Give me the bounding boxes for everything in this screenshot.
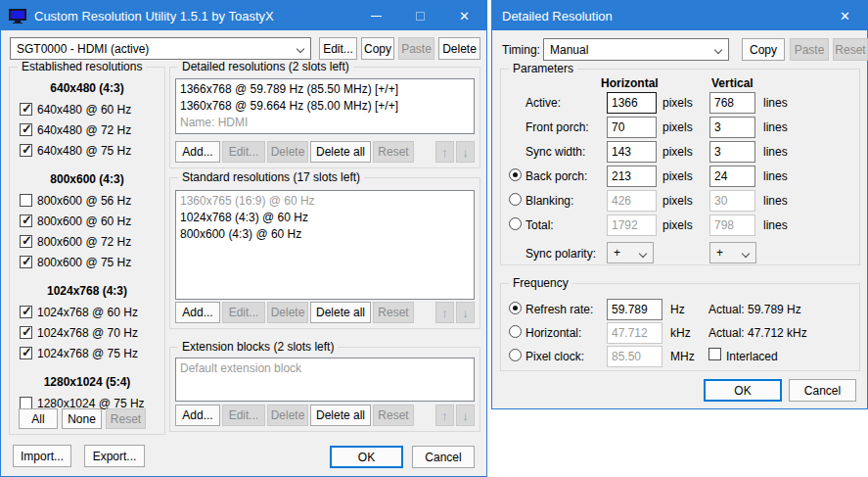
checkbox-label[interactable]: 640x480 @ 60 Hz bbox=[37, 103, 131, 117]
add-standard-button[interactable]: Add... bbox=[175, 302, 220, 323]
checkbox[interactable] bbox=[20, 123, 32, 136]
minimize-button[interactable] bbox=[354, 1, 398, 30]
add-detailed-button[interactable]: Add... bbox=[175, 141, 220, 163]
checkbox-label[interactable]: 800x600 @ 56 Hz bbox=[37, 194, 131, 208]
resolution-checkbox-row[interactable]: 1024x768 @ 70 Hz bbox=[11, 322, 163, 343]
list-item[interactable]: 800x600 (4:3) @ 60 Hz bbox=[180, 226, 470, 243]
checkbox[interactable] bbox=[20, 235, 32, 248]
delete-all-extension-button[interactable]: Delete all bbox=[310, 405, 371, 426]
reset-extension-button: Reset bbox=[373, 405, 414, 426]
resolution-checkbox-row[interactable]: 800x600 @ 75 Hz bbox=[11, 252, 163, 272]
import-button[interactable]: Import... bbox=[13, 445, 71, 467]
actual-horizontal-freq: Actual: 47.712 kHz bbox=[708, 326, 807, 340]
close-button[interactable]: ✕ bbox=[442, 1, 486, 30]
add-extension-button[interactable]: Add... bbox=[175, 405, 220, 426]
blanking-label[interactable]: Blanking: bbox=[525, 194, 573, 208]
resolution-checkbox-row[interactable]: 1024x768 @ 60 Hz bbox=[11, 302, 163, 322]
frequency-group: Frequency Refresh rate: Hz Actual: 59.78… bbox=[500, 283, 860, 371]
checkbox[interactable] bbox=[20, 215, 32, 227]
interlaced-label[interactable]: Interlaced bbox=[726, 350, 778, 363]
detailed-resolutions-list[interactable]: 1366x768 @ 59.789 Hz (85.50 MHz) [+/+] 1… bbox=[175, 78, 475, 134]
back-porch-label[interactable]: Back porch: bbox=[525, 169, 587, 183]
close-button[interactable]: ✕ bbox=[823, 1, 867, 30]
display-selector-dropdown[interactable]: SGT0000 - HDMI (active) bbox=[10, 37, 311, 60]
resolution-checkbox-row[interactable]: 640x480 @ 60 Hz bbox=[11, 99, 163, 119]
front-porch-horizontal-input[interactable] bbox=[607, 117, 657, 138]
refresh-rate-input[interactable] bbox=[607, 299, 662, 320]
sync-polarity-horizontal-dropdown[interactable]: + bbox=[607, 242, 654, 263]
checkbox[interactable] bbox=[20, 256, 32, 268]
active-vertical-input[interactable] bbox=[709, 92, 755, 114]
sync-polarity-vertical-dropdown[interactable]: + bbox=[709, 242, 756, 263]
parameters-group: Parameters Horizontal Vertical Active: p… bbox=[500, 69, 860, 265]
standard-resolutions-list[interactable]: 1360x765 (16:9) @ 60 Hz 1024x768 (4:3) @… bbox=[175, 190, 475, 300]
checkbox[interactable] bbox=[20, 326, 32, 339]
copy-timing-button[interactable]: Copy bbox=[742, 38, 785, 61]
checkbox-label[interactable]: 800x600 @ 72 Hz bbox=[37, 235, 131, 249]
horizontal-freq-label[interactable]: Horizontal: bbox=[525, 326, 581, 340]
checkbox-label[interactable]: 800x600 @ 60 Hz bbox=[37, 215, 131, 228]
cancel-button[interactable]: Cancel bbox=[412, 446, 475, 468]
refresh-rate-radio[interactable] bbox=[509, 302, 522, 314]
blanking-radio[interactable] bbox=[509, 193, 522, 206]
list-item[interactable]: Default extension block bbox=[180, 360, 470, 377]
lines-unit-label: lines bbox=[763, 169, 788, 183]
frequency-title: Frequency bbox=[509, 276, 572, 291]
checkbox-label[interactable]: 640x480 @ 72 Hz bbox=[37, 123, 131, 137]
resolution-checkbox-row[interactable]: 800x600 @ 60 Hz bbox=[11, 211, 163, 231]
pixel-clock-radio[interactable] bbox=[509, 349, 522, 361]
front-porch-vertical-input[interactable] bbox=[709, 117, 755, 138]
export-button[interactable]: Export... bbox=[84, 445, 145, 467]
checkbox-label[interactable]: 800x600 @ 75 Hz bbox=[37, 256, 131, 269]
checkbox[interactable] bbox=[20, 144, 32, 157]
timing-dropdown[interactable]: Manual bbox=[543, 38, 729, 61]
checkbox[interactable] bbox=[20, 306, 32, 318]
detailed-resolutions-title: Detailed resolutions (2 slots left) bbox=[178, 60, 353, 74]
resolution-checkbox-row[interactable]: 800x600 @ 56 Hz bbox=[11, 190, 163, 211]
resolution-checkbox-row[interactable]: 800x600 @ 72 Hz bbox=[11, 231, 163, 252]
maximize-icon bbox=[416, 12, 425, 21]
copy-display-button[interactable]: Copy bbox=[361, 37, 394, 60]
delete-all-detailed-button[interactable]: Delete all bbox=[310, 141, 371, 163]
checkbox-label[interactable]: 1024x768 @ 70 Hz bbox=[37, 326, 138, 340]
checkbox-label[interactable]: 1024x768 @ 75 Hz bbox=[37, 347, 138, 360]
reset-timing-button: Reset bbox=[833, 38, 868, 61]
khz-unit-label: kHz bbox=[670, 326, 691, 340]
refresh-rate-label[interactable]: Refresh rate: bbox=[525, 303, 593, 316]
total-label[interactable]: Total: bbox=[525, 218, 554, 232]
list-item[interactable]: Name: HDMI bbox=[180, 115, 470, 131]
interlaced-checkbox[interactable] bbox=[708, 348, 721, 360]
resolution-checkbox-row[interactable]: 1024x768 @ 75 Hz bbox=[11, 343, 163, 363]
back-porch-vertical-input[interactable] bbox=[709, 166, 755, 187]
standard-resolutions-title: Standard resolutions (17 slots left) bbox=[178, 170, 364, 185]
list-item[interactable]: 1024x768 (4:3) @ 60 Hz bbox=[180, 210, 470, 226]
horizontal-freq-radio[interactable] bbox=[509, 325, 522, 338]
resolution-checkbox-row[interactable]: 640x480 @ 72 Hz bbox=[11, 119, 163, 140]
dialog-titlebar: Detailed Resolution ✕ bbox=[492, 1, 867, 30]
sync-width-vertical-input[interactable] bbox=[709, 141, 755, 163]
checkbox[interactable] bbox=[20, 194, 32, 207]
none-button[interactable]: None bbox=[62, 408, 102, 429]
checkbox[interactable] bbox=[20, 347, 32, 359]
back-porch-horizontal-input[interactable] bbox=[607, 166, 657, 187]
list-item[interactable]: 1366x768 @ 59.789 Hz (85.50 MHz) [+/+] bbox=[180, 81, 470, 98]
checkbox-label[interactable]: 1024x768 @ 60 Hz bbox=[37, 306, 138, 319]
extension-blocks-list[interactable]: Default extension block bbox=[175, 358, 475, 402]
ok-button[interactable]: OK bbox=[330, 446, 403, 468]
checkbox[interactable] bbox=[20, 103, 32, 116]
delete-display-button[interactable]: Delete bbox=[438, 37, 480, 60]
ok-button[interactable]: OK bbox=[704, 379, 782, 402]
sync-width-horizontal-input[interactable] bbox=[607, 141, 657, 163]
resolution-checkbox-row[interactable]: 640x480 @ 75 Hz bbox=[11, 140, 163, 161]
back-porch-radio[interactable] bbox=[509, 168, 522, 181]
active-horizontal-input[interactable] bbox=[607, 92, 657, 114]
total-radio[interactable] bbox=[509, 217, 522, 230]
pixel-clock-label[interactable]: Pixel clock: bbox=[525, 350, 584, 363]
all-button[interactable]: All bbox=[19, 408, 58, 429]
cancel-button[interactable]: Cancel bbox=[789, 379, 856, 402]
list-item[interactable]: 1360x768 @ 59.664 Hz (85.00 MHz) [+/+] bbox=[180, 98, 470, 115]
edit-display-button[interactable]: Edit... bbox=[319, 37, 357, 60]
list-item[interactable]: 1360x765 (16:9) @ 60 Hz bbox=[180, 193, 470, 210]
checkbox-label[interactable]: 640x480 @ 75 Hz bbox=[37, 144, 131, 158]
delete-all-standard-button[interactable]: Delete all bbox=[310, 302, 371, 323]
